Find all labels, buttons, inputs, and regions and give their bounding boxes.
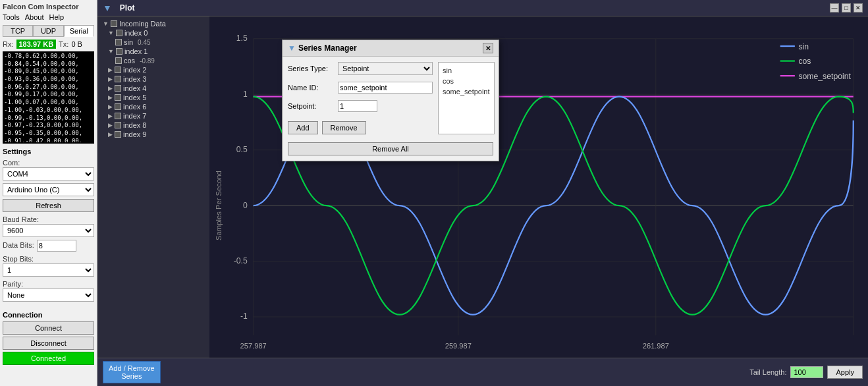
connection-title: Connection bbox=[3, 311, 94, 319]
left-panel: Falcon Com Inspector Tools About Help TC… bbox=[0, 0, 97, 386]
com-select[interactable]: COM4 bbox=[3, 167, 94, 180]
apply-button[interactable]: Apply bbox=[827, 366, 863, 379]
add-series-button[interactable]: Add bbox=[288, 121, 318, 134]
close-button[interactable]: ✕ bbox=[854, 3, 863, 13]
plot-titlebar: ▼ Plot — □ ✕ bbox=[97, 0, 868, 16]
tree-checkbox-cos[interactable] bbox=[115, 57, 122, 64]
app-title: Falcon Com Inspector bbox=[3, 3, 94, 11]
tree-index9-label: index 9 bbox=[123, 130, 146, 138]
dialog-buttons: Add Remove bbox=[288, 121, 433, 134]
dialog-body: Series Type: Setpoint Line Bar Name ID: … bbox=[283, 57, 499, 140]
rx-value: 183.97 KB bbox=[16, 40, 57, 49]
setpoint-row: Setpoint: bbox=[288, 100, 433, 112]
remove-all-button[interactable]: Remove All bbox=[288, 142, 493, 155]
tree-index4-label: index 4 bbox=[123, 84, 146, 92]
data-line: -0.99,-0.13,0.00,0.00, bbox=[4, 115, 93, 123]
svg-text:1.5: 1.5 bbox=[236, 34, 248, 43]
tree-incoming-data[interactable]: ▼ Incoming Data bbox=[97, 19, 209, 28]
tree-index-8[interactable]: ▶ index 8 bbox=[97, 121, 209, 130]
tree-checkbox-index1[interactable] bbox=[116, 48, 122, 55]
tree-index-6[interactable]: ▶ index 6 bbox=[97, 102, 209, 111]
series-list-item[interactable]: sin bbox=[441, 65, 491, 76]
dialog-titlebar: ▼ Series Manager ✕ bbox=[283, 40, 499, 57]
data-line: -0.78,0.62,0.00,0.00, bbox=[4, 53, 93, 61]
tail-length-label: Tail Length: bbox=[749, 368, 786, 376]
tree-index2-label: index 2 bbox=[123, 66, 146, 74]
series-list-item[interactable]: cos bbox=[441, 76, 491, 86]
menu-about[interactable]: About bbox=[25, 13, 44, 21]
refresh-button[interactable]: Refresh bbox=[3, 199, 94, 212]
tree-index7-label: index 7 bbox=[123, 112, 146, 120]
tree-checkbox-root[interactable] bbox=[111, 20, 117, 27]
menu-help[interactable]: Help bbox=[49, 13, 64, 21]
arduino-select[interactable]: Arduino Uno (C) bbox=[3, 183, 94, 196]
connect-button[interactable]: Connect bbox=[3, 321, 94, 335]
tree-index-5[interactable]: ▶ index 5 bbox=[97, 93, 209, 102]
tree-index-4[interactable]: ▶ index 4 bbox=[97, 84, 209, 93]
svg-text:cos: cos bbox=[798, 57, 811, 66]
tree-root-label: Incoming Data bbox=[119, 20, 166, 28]
tree-index-3[interactable]: ▶ index 3 bbox=[97, 74, 209, 84]
disconnect-button[interactable]: Disconnect bbox=[3, 337, 94, 350]
data-line: -0.89,0.45,0.00,0.00, bbox=[4, 68, 93, 76]
tree-checkbox-index5[interactable] bbox=[115, 94, 121, 101]
remove-series-button[interactable]: Remove bbox=[322, 121, 366, 134]
tree-index-2[interactable]: ▶ index 2 bbox=[97, 65, 209, 74]
svg-text:261.987: 261.987 bbox=[643, 342, 669, 350]
tree-index6-label: index 6 bbox=[123, 103, 146, 111]
tree-index-7[interactable]: ▶ index 7 bbox=[97, 111, 209, 121]
svg-text:259.987: 259.987 bbox=[445, 342, 472, 350]
settings-title: Settings bbox=[3, 148, 94, 155]
tree-sin-label: sin bbox=[124, 38, 133, 46]
tx-value: 0 B bbox=[71, 40, 82, 48]
tree-checkbox-sin[interactable] bbox=[115, 39, 122, 45]
tree-checkbox-index0[interactable] bbox=[116, 30, 122, 36]
tail-length-input[interactable] bbox=[790, 366, 823, 378]
tab-serial[interactable]: Serial bbox=[64, 25, 94, 37]
series-list: sincossome_setpoint bbox=[438, 62, 495, 134]
tree-cos[interactable]: cos -0.89 bbox=[97, 56, 209, 65]
series-list-item[interactable]: some_setpoint bbox=[441, 86, 491, 97]
dialog-close-button[interactable]: ✕ bbox=[483, 43, 493, 53]
maximize-button[interactable]: □ bbox=[842, 3, 851, 13]
tree-checkbox-index6[interactable] bbox=[115, 103, 121, 110]
tree-index-9[interactable]: ▶ index 9 bbox=[97, 130, 209, 139]
menu-tools[interactable]: Tools bbox=[3, 13, 20, 21]
plot-tree: ▼ Incoming Data ▼ index 0 sin 0.45 ▼ ind… bbox=[97, 16, 209, 358]
tree-index-0[interactable]: ▼ index 0 bbox=[97, 28, 209, 38]
data-line: -0.96,0.27,0.00,0.00, bbox=[4, 84, 93, 92]
dialog-footer: Remove All bbox=[283, 140, 499, 161]
add-remove-series-button[interactable]: Add / Remove Series bbox=[103, 361, 161, 383]
setpoint-input[interactable] bbox=[338, 100, 377, 112]
name-id-label: Name ID: bbox=[288, 84, 334, 92]
dialog-left: Series Type: Setpoint Line Bar Name ID: … bbox=[288, 62, 433, 134]
tree-sin[interactable]: sin 0.45 bbox=[97, 38, 209, 47]
minimize-button[interactable]: — bbox=[830, 3, 839, 13]
series-type-row: Series Type: Setpoint Line Bar bbox=[288, 62, 433, 75]
baud-select[interactable]: 9600 115200 bbox=[3, 224, 94, 237]
data-line: -0.91,-0.42,0.00,0.00, bbox=[4, 138, 93, 142]
tab-udp[interactable]: UDP bbox=[33, 25, 63, 37]
svg-text:Samples Per Second: Samples Per Second bbox=[215, 171, 223, 240]
tree-checkbox-index4[interactable] bbox=[115, 85, 121, 92]
plot-title: Plot bbox=[120, 3, 135, 13]
tree-checkbox-index3[interactable] bbox=[115, 76, 121, 82]
tab-tcp[interactable]: TCP bbox=[3, 25, 33, 37]
svg-text:some_setpoint: some_setpoint bbox=[798, 72, 851, 81]
tree-checkbox-index2[interactable] bbox=[115, 67, 121, 73]
stop-bits-select[interactable]: 1 2 bbox=[3, 263, 94, 277]
tree-checkbox-index8[interactable] bbox=[115, 122, 121, 128]
series-type-select[interactable]: Setpoint Line Bar bbox=[338, 62, 433, 75]
tree-checkbox-index7[interactable] bbox=[115, 113, 121, 119]
svg-text:-1: -1 bbox=[240, 312, 248, 321]
name-id-input[interactable] bbox=[338, 82, 433, 94]
name-id-row: Name ID: bbox=[288, 82, 433, 94]
data-bits-input[interactable] bbox=[37, 240, 76, 252]
svg-text:257.987: 257.987 bbox=[240, 342, 267, 350]
parity-select[interactable]: None Even Odd bbox=[3, 289, 94, 302]
data-line: -0.95,-0.35,0.00,0.00, bbox=[4, 130, 93, 138]
tree-index0-label: index 0 bbox=[124, 29, 148, 37]
tree-index-1[interactable]: ▼ index 1 bbox=[97, 47, 209, 56]
connected-button[interactable]: Connected bbox=[3, 352, 94, 365]
tree-checkbox-index9[interactable] bbox=[115, 131, 121, 138]
